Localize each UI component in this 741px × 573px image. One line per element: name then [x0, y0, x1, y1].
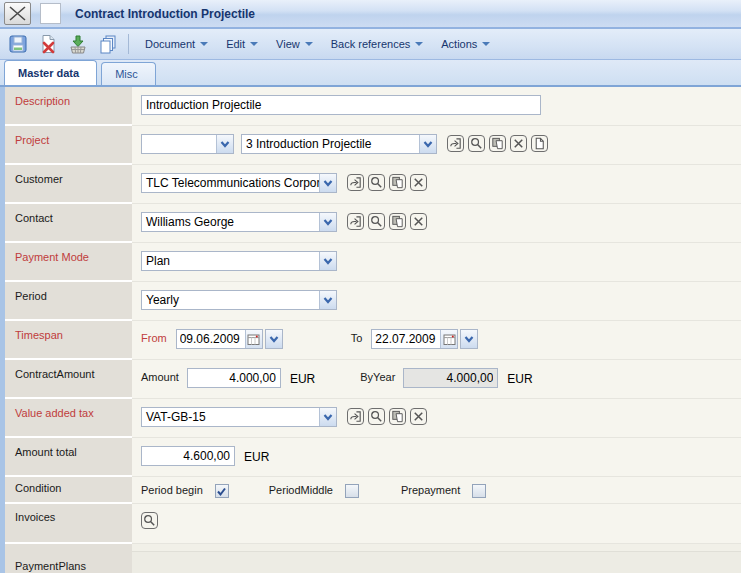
copy-icon[interactable]: [389, 213, 406, 230]
clear-icon[interactable]: [410, 408, 427, 425]
contact-select[interactable]: Williams George: [141, 212, 337, 232]
menu-edit[interactable]: Edit: [217, 34, 267, 54]
period-select[interactable]: Yearly: [141, 290, 337, 310]
row-payment-mode: Payment Mode Plan: [5, 243, 741, 282]
menu-view-label: View: [276, 38, 300, 50]
vat-label: Value added tax: [5, 399, 132, 438]
chevron-down-icon: [319, 252, 336, 270]
copy-pages-icon[interactable]: [95, 32, 121, 57]
chevron-down-icon: [319, 174, 336, 192]
title-bar: Contract Introduction Projectile: [0, 0, 741, 29]
menu-back-references-label: Back references: [331, 38, 410, 50]
from-label: From: [141, 329, 167, 344]
chevron-down-icon: [216, 135, 233, 153]
row-vat: Value added tax VAT-GB-15: [5, 399, 741, 438]
chevron-down-icon: [419, 135, 436, 153]
open-icon[interactable]: [347, 213, 364, 230]
new-document-icon[interactable]: [531, 135, 548, 152]
search-icon[interactable]: [468, 135, 485, 152]
tab-bar: Master data Misc: [0, 60, 741, 87]
tab-misc[interactable]: Misc: [101, 62, 156, 85]
contact-value: Williams George: [142, 215, 319, 229]
blank-document-icon: [40, 3, 61, 24]
from-date-input[interactable]: [177, 330, 245, 348]
menu-actions[interactable]: Actions: [432, 34, 499, 54]
chevron-down-icon: [482, 42, 490, 46]
timespan-label: Timespan: [5, 321, 132, 360]
save-icon[interactable]: [5, 32, 31, 57]
tab-master-data[interactable]: Master data: [4, 60, 97, 85]
chevron-down-icon: [319, 213, 336, 231]
amount-input[interactable]: [187, 368, 281, 388]
chevron-down-icon: [200, 42, 208, 46]
row-contact: Contact Williams George: [5, 204, 741, 243]
copy-icon[interactable]: [489, 135, 506, 152]
period-begin-checkbox[interactable]: [215, 484, 229, 498]
chevron-down-icon[interactable]: [460, 329, 478, 349]
search-icon[interactable]: [368, 213, 385, 230]
checkin-basket-icon[interactable]: [65, 32, 91, 57]
payment-plans-label: PaymentPlans: [5, 552, 132, 573]
prepayment-label: Prepayment: [401, 482, 460, 496]
customer-select[interactable]: TLC Telecommunications Corpor: [141, 173, 337, 193]
row-period: Period Yearly: [5, 282, 741, 321]
description-label: Description: [5, 87, 132, 126]
vat-value: VAT-GB-15: [142, 410, 319, 424]
to-date-field[interactable]: [371, 329, 458, 349]
amount-currency: EUR: [290, 368, 315, 386]
payment-mode-label: Payment Mode: [5, 243, 132, 282]
search-icon[interactable]: [141, 512, 158, 529]
period-middle-label: PeriodMiddle: [269, 482, 333, 496]
delete-document-icon[interactable]: [35, 32, 61, 57]
from-date-field[interactable]: [176, 329, 263, 349]
project-type-select[interactable]: [141, 134, 234, 154]
menu-back-references[interactable]: Back references: [322, 34, 432, 54]
period-middle-checkbox[interactable]: [345, 484, 359, 498]
calendar-icon[interactable]: [245, 330, 262, 348]
invoices-label: Invoices: [5, 504, 132, 544]
amount-total-label: Amount total: [5, 438, 132, 477]
toolbar: Document Edit View Back references Actio…: [0, 29, 741, 60]
copy-icon[interactable]: [389, 174, 406, 191]
project-value: 3 Introduction Projectile: [242, 137, 419, 151]
chevron-down-icon[interactable]: [265, 329, 283, 349]
row-condition: Condition Period begin PeriodMiddle Prep…: [5, 477, 741, 504]
open-icon[interactable]: [347, 408, 364, 425]
clear-icon[interactable]: [410, 174, 427, 191]
row-invoices: Invoices: [5, 504, 741, 544]
close-icon[interactable]: [4, 2, 31, 25]
customer-value: TLC Telecommunications Corpor: [142, 176, 319, 190]
open-icon[interactable]: [447, 135, 464, 152]
menu-view[interactable]: View: [267, 34, 322, 54]
byyear-label: ByYear: [360, 368, 395, 383]
chevron-down-icon: [415, 42, 423, 46]
section-divider: [5, 544, 741, 552]
contract-amount-label: ContractAmount: [5, 360, 132, 399]
period-value: Yearly: [142, 293, 319, 307]
row-description: Description: [5, 87, 741, 126]
menu-document[interactable]: Document: [136, 34, 217, 54]
search-icon[interactable]: [368, 174, 385, 191]
search-icon[interactable]: [368, 408, 385, 425]
copy-icon[interactable]: [389, 408, 406, 425]
menu-document-label: Document: [145, 38, 195, 50]
vat-select[interactable]: VAT-GB-15: [141, 407, 337, 427]
to-date-input[interactable]: [372, 330, 440, 348]
project-label: Project: [5, 126, 132, 165]
clear-icon[interactable]: [510, 135, 527, 152]
amount-total-input[interactable]: [141, 446, 235, 466]
amount-label: Amount: [141, 368, 179, 383]
calendar-icon[interactable]: [440, 330, 457, 348]
page-title: Contract Introduction Projectile: [75, 7, 255, 21]
open-icon[interactable]: [347, 174, 364, 191]
row-contract-amount: ContractAmount Amount EUR ByYear EUR: [5, 360, 741, 399]
condition-label: Condition: [5, 477, 132, 504]
payment-mode-select[interactable]: Plan: [141, 251, 337, 271]
clear-icon[interactable]: [410, 213, 427, 230]
description-input[interactable]: [141, 95, 541, 115]
prepayment-checkbox[interactable]: [472, 484, 486, 498]
chevron-down-icon: [319, 408, 336, 426]
project-select[interactable]: 3 Introduction Projectile: [241, 134, 437, 154]
toolbar-separator: [128, 34, 129, 54]
payment-mode-value: Plan: [142, 254, 319, 268]
